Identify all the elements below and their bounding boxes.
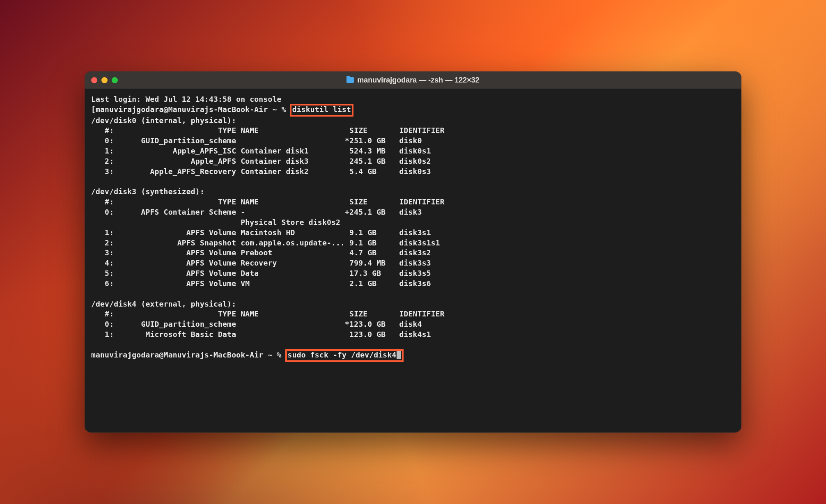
disk0-row: 2: Apple_APFS Container disk3 245.1 GB d… bbox=[91, 157, 431, 165]
disk0-row: 3: Apple_APFS_Recovery Container disk2 5… bbox=[91, 167, 431, 176]
disk0-row: 1: Apple_APFS_ISC Container disk1 524.3 … bbox=[91, 147, 431, 155]
disk3-row: 1: APFS Volume Macintosh HD 9.1 GB disk3… bbox=[91, 228, 431, 237]
disk0-row: 0: GUID_partition_scheme *251.0 GB disk0 bbox=[91, 136, 422, 145]
disk4-row: 0: GUID_partition_scheme *123.0 GB disk4 bbox=[91, 320, 422, 328]
disk3-row: 0: APFS Container Scheme - +245.1 GB dis… bbox=[91, 208, 422, 216]
terminal-window: manuvirajgodara — -zsh — 122×32 Last log… bbox=[85, 71, 741, 433]
folder-icon bbox=[346, 77, 354, 83]
highlighted-command-1: diskutil list bbox=[291, 105, 353, 116]
window-title: manuvirajgodara — -zsh — 122×32 bbox=[85, 76, 741, 85]
disk0-columns: #: TYPE NAME SIZE IDENTIFIER bbox=[91, 126, 445, 135]
command-2-text: sudo fsck -fy /dev/disk4 bbox=[288, 351, 397, 359]
last-login-line: Last login: Wed Jul 12 14:43:58 on conso… bbox=[91, 95, 282, 103]
disk3-row: 2: APFS Snapshot com.apple.os.update-...… bbox=[91, 238, 440, 247]
disk3-row: 3: APFS Volume Preboot 4.7 GB disk3s2 bbox=[91, 248, 431, 257]
terminal-viewport[interactable]: Last login: Wed Jul 12 14:43:58 on conso… bbox=[85, 89, 741, 433]
prompt-2-prefix: manuvirajgodara@Manuvirajs-MacBook-Air ~… bbox=[91, 351, 286, 359]
disk3-columns: #: TYPE NAME SIZE IDENTIFIER bbox=[91, 197, 445, 206]
disk0-header: /dev/disk0 (internal, physical): bbox=[91, 116, 236, 125]
disk3-row: 6: APFS Volume VM 2.1 GB disk3s6 bbox=[91, 279, 431, 288]
disk3-header: /dev/disk3 (synthesized): bbox=[91, 187, 204, 196]
disk3-row: 5: APFS Volume Data 17.3 GB disk3s5 bbox=[91, 269, 431, 277]
highlighted-command-2: sudo fsck -fy /dev/disk4 bbox=[286, 350, 403, 361]
text-cursor bbox=[397, 351, 401, 359]
disk4-row: 1: Microsoft Basic Data 123.0 GB disk4s1 bbox=[91, 330, 431, 339]
prompt-1-prefix: [manuvirajgodara@Manuvirajs-MacBook-Air … bbox=[91, 105, 291, 114]
disk4-header: /dev/disk4 (external, physical): bbox=[91, 300, 236, 308]
titlebar[interactable]: manuvirajgodara — -zsh — 122×32 bbox=[85, 71, 741, 89]
window-title-text: manuvirajgodara — -zsh — 122×32 bbox=[357, 76, 480, 85]
disk4-columns: #: TYPE NAME SIZE IDENTIFIER bbox=[91, 309, 445, 318]
disk3-row: 4: APFS Volume Recovery 799.4 MB disk3s3 bbox=[91, 259, 431, 267]
disk3-row: Physical Store disk0s2 bbox=[91, 218, 340, 227]
